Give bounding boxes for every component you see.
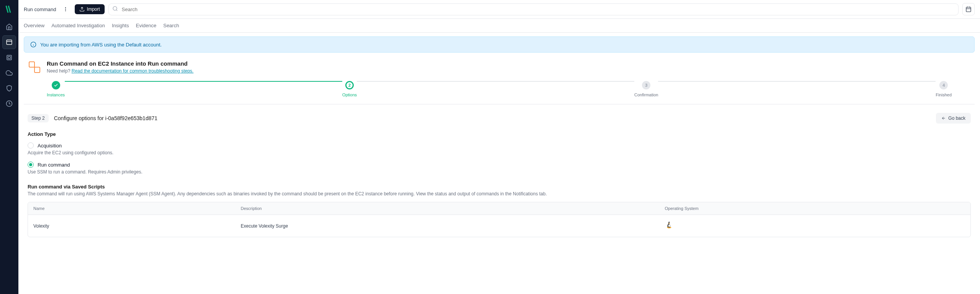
arrow-left-icon: [941, 116, 946, 121]
svg-point-5: [65, 7, 66, 8]
sidebar-item-security[interactable]: [2, 81, 16, 95]
more-menu-button[interactable]: [60, 4, 71, 15]
step-1-circle: [52, 81, 60, 89]
step-2-label: Options: [342, 92, 357, 97]
step-4-circle: 4: [939, 81, 948, 89]
step-3-circle: 3: [642, 81, 650, 89]
step-line-1: [65, 81, 342, 82]
scripts-title: Run command via Saved Scripts: [28, 184, 971, 190]
calendar-button[interactable]: [962, 3, 975, 15]
radio-label: Acquisition: [38, 143, 62, 149]
search-wrap: [108, 3, 959, 15]
radio-circle: [28, 162, 34, 168]
step-2-circle: 2: [345, 81, 354, 89]
breadcrumb: Run command: [24, 7, 56, 12]
radio-label: Run command: [38, 162, 70, 168]
sidebar-item-cloud[interactable]: [2, 66, 16, 80]
td-desc: Execute Volexity Surge: [235, 217, 660, 235]
th-desc: Description: [235, 202, 660, 215]
banner-text: You are importing from AWS using the Def…: [40, 42, 162, 48]
step-3-label: Confirmation: [634, 92, 658, 97]
tab-insights[interactable]: Insights: [112, 19, 129, 32]
radio-circle: [28, 142, 34, 149]
topbar: Run command Import: [18, 0, 980, 19]
page-title: Run Command on EC2 Instance into Run com…: [47, 60, 194, 67]
tab-evidence[interactable]: Evidence: [136, 19, 156, 32]
check-icon: [54, 83, 58, 88]
table-header: Name Description Operating System: [28, 202, 970, 215]
tab-automated-investigation[interactable]: Automated Investigation: [51, 19, 105, 32]
svg-point-25: [668, 225, 670, 227]
logo: [3, 3, 15, 15]
sidebar: [0, 0, 18, 294]
help-link[interactable]: Read the documentation for common troubl…: [72, 68, 194, 74]
sidebar-item-time[interactable]: [2, 97, 16, 111]
svg-point-9: [113, 7, 117, 10]
radio-run-command[interactable]: Run command: [28, 162, 971, 168]
radio-desc: Use SSM to run a command. Requires Admin…: [28, 169, 971, 175]
td-name: Volexity: [28, 217, 235, 235]
svg-point-7: [65, 10, 66, 11]
linux-icon: [665, 221, 673, 230]
goback-label: Go back: [948, 116, 965, 121]
goback-button[interactable]: Go back: [936, 113, 971, 124]
step-badge: Step 2: [28, 114, 49, 122]
radio-acquisition[interactable]: Acquisition: [28, 142, 971, 149]
content: Step 2 Configure options for i-0a58f92e6…: [18, 104, 980, 246]
radio-desc: Acquire the EC2 using configured options…: [28, 150, 971, 155]
table-row[interactable]: Volexity Execute Volexity Surge: [28, 215, 970, 237]
aws-icon: [28, 60, 41, 74]
th-name: Name: [28, 202, 235, 215]
info-banner: You are importing from AWS using the Def…: [24, 36, 975, 53]
svg-rect-2: [7, 55, 11, 60]
search-icon: [112, 6, 118, 13]
tabs: Overview Automated Investigation Insight…: [18, 19, 980, 33]
stepper: Instances 2 Options 3 Confirmation 4 Fin…: [24, 74, 975, 104]
import-button[interactable]: Import: [75, 4, 105, 14]
svg-rect-11: [966, 7, 971, 12]
step-line-3: [658, 81, 936, 82]
import-label: Import: [87, 7, 100, 12]
step-4-label: Finished: [936, 92, 952, 97]
svg-rect-19: [34, 67, 40, 73]
svg-rect-0: [7, 40, 12, 45]
svg-rect-18: [29, 62, 34, 67]
upload-icon: [79, 7, 85, 12]
sidebar-item-home[interactable]: [2, 20, 16, 34]
info-icon: [30, 41, 36, 48]
scripts-table: Name Description Operating System Volexi…: [28, 202, 971, 237]
help-text: Need help? Read the documentation for co…: [47, 68, 194, 74]
tab-overview[interactable]: Overview: [24, 19, 44, 32]
page-header: Run Command on EC2 Instance into Run com…: [18, 53, 980, 74]
tab-search[interactable]: Search: [163, 19, 179, 32]
step-1-label: Instances: [47, 92, 65, 97]
action-type-title: Action Type: [28, 131, 971, 137]
step-line-2: [357, 81, 634, 82]
radio-group: Acquisition Acquire the EC2 using config…: [28, 142, 971, 175]
td-os: [660, 215, 970, 237]
svg-point-23: [668, 223, 669, 223]
svg-point-24: [670, 223, 670, 223]
scripts-desc: The command will run using AWS Systems M…: [28, 191, 971, 197]
content-title: Configure options for i-0a58f92e653b1d87…: [54, 115, 158, 121]
sidebar-item-evidence[interactable]: [2, 51, 16, 64]
content-header: Step 2 Configure options for i-0a58f92e6…: [28, 113, 971, 124]
sidebar-item-investigations[interactable]: [2, 35, 16, 49]
svg-rect-3: [8, 56, 10, 59]
svg-line-10: [116, 10, 117, 11]
search-input[interactable]: [108, 3, 959, 15]
svg-point-6: [65, 9, 66, 10]
th-os: Operating System: [660, 202, 970, 215]
